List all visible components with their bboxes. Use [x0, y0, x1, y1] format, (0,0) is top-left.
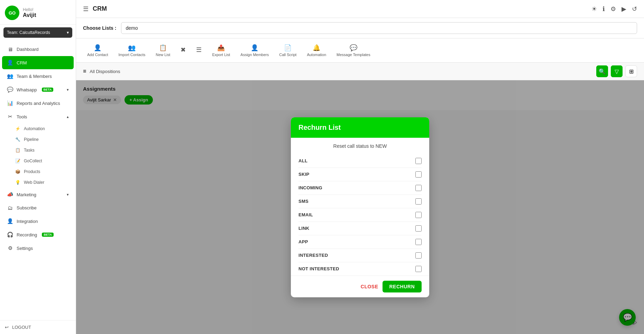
sidebar-item-label: Marketing	[17, 192, 36, 197]
sidebar-item-marketing[interactable]: 📣 Marketing ▾	[2, 188, 74, 201]
checkbox-row-link: LINK	[298, 222, 422, 235]
sidebar-item-label: GoCollect	[24, 159, 42, 163]
filter-list-icon: ☰	[196, 46, 202, 54]
export-list-icon: 📤	[217, 44, 225, 52]
checkbox-row-app: APP	[298, 235, 422, 249]
checkbox-skip[interactable]	[415, 171, 422, 178]
delete-list-icon: ✖	[181, 46, 186, 54]
sidebar-item-label: Subscribe	[17, 205, 37, 210]
checkbox-all[interactable]	[415, 158, 422, 164]
search-button[interactable]: 🔍	[596, 65, 608, 77]
checkbox-row-skip: SKIP	[298, 168, 422, 181]
new-list-icon: 📋	[159, 44, 167, 52]
sidebar-item-tools[interactable]: ✂ Tools ▴	[2, 110, 74, 123]
checkbox-interested[interactable]	[415, 252, 422, 259]
menu-icon[interactable]: ☰	[83, 5, 89, 13]
automation-label: Automation	[307, 53, 326, 57]
rechurn-button[interactable]: RECHURN	[383, 281, 422, 292]
checkbox-sms[interactable]	[415, 198, 422, 205]
checkbox-label-app: APP	[298, 239, 308, 244]
checkbox-label-sms: SMS	[298, 199, 309, 204]
filter-list-button[interactable]: ☰	[192, 44, 206, 57]
checkbox-incoming[interactable]	[415, 185, 422, 191]
sidebar-item-dashboard[interactable]: 🖥 Dashboard	[2, 43, 74, 56]
sidebar-item-products[interactable]: 📦 Products	[2, 166, 74, 177]
tasks-icon: 📋	[15, 148, 20, 153]
close-button[interactable]: CLOSE	[361, 284, 378, 289]
import-contacts-label: Import Contacts	[119, 53, 146, 57]
products-icon: 📦	[15, 169, 20, 174]
checkbox-link[interactable]	[415, 225, 422, 232]
sidebar-item-reports[interactable]: 📊 Reports and Analytics	[2, 97, 74, 110]
filter-button[interactable]: ▽	[611, 65, 623, 77]
page-title: CRM	[93, 5, 587, 12]
message-templates-icon: 💬	[350, 44, 357, 52]
grid-button[interactable]: ⊞	[625, 65, 637, 77]
sidebar-item-label: Tasks	[24, 148, 35, 153]
sidebar-item-automation[interactable]: ⚡ Automation	[2, 124, 74, 134]
checkbox-not-interested[interactable]	[415, 266, 422, 272]
add-contact-label: Add Contact	[87, 53, 108, 57]
topbar: ☰ CRM ☀ ℹ ⚙ ▶ ↺	[76, 0, 644, 18]
sidebar-item-label: Automation	[24, 126, 45, 131]
integration-icon: 👤	[7, 218, 13, 224]
assign-members-button[interactable]: 👤 Assign Members	[236, 42, 273, 59]
call-script-button[interactable]: 📄 Call Script	[275, 42, 301, 59]
info-icon[interactable]: ℹ	[602, 5, 605, 13]
delete-list-button[interactable]: ✖	[176, 44, 190, 57]
refresh-icon[interactable]: ↺	[632, 5, 637, 13]
play-icon[interactable]: ▶	[622, 5, 626, 13]
chevron-icon: ▴	[67, 115, 69, 119]
sidebar-item-pipeline[interactable]: 🔧 Pipeline	[2, 134, 74, 145]
choose-lists-label: Choose Lists :	[83, 25, 116, 31]
choose-lists-bar: Choose Lists : demo	[76, 18, 644, 38]
import-contacts-icon: 👥	[128, 44, 136, 52]
settings-icon[interactable]: ⚙	[610, 5, 616, 13]
marketing-icon: 📣	[7, 191, 13, 198]
sidebar-item-label: Pipeline	[24, 137, 39, 142]
recording-icon: 🎧	[7, 232, 13, 238]
checkbox-app[interactable]	[415, 239, 422, 245]
sidebar-item-label: Reports and Analytics	[17, 101, 60, 106]
automation-icon: 🔔	[313, 44, 320, 52]
sidebar-item-team[interactable]: 👥 Team & Members	[2, 70, 74, 83]
sidebar-item-tasks[interactable]: 📋 Tasks	[2, 145, 74, 155]
sidebar-item-label: Whatsapp	[17, 87, 37, 92]
export-list-button[interactable]: 📤 Export List	[208, 42, 234, 59]
team-selector[interactable]: Team: CalcuttaRecords ▾	[3, 27, 72, 38]
logout-icon: ↩	[5, 325, 9, 330]
export-list-label: Export List	[212, 53, 230, 57]
filters-bar: ≡ All Dispositions 🔍 ▽ ⊞	[76, 63, 644, 80]
modal-overlay: Rechurn List Reset call status to NEW AL…	[76, 80, 644, 334]
sidebar: GO Hello! Avijit Team: CalcuttaRecords ▾…	[0, 0, 76, 334]
import-contacts-button[interactable]: 👥 Import Contacts	[114, 42, 150, 59]
lists-select[interactable]: demo	[121, 22, 637, 34]
message-templates-label: Message Templates	[337, 53, 370, 57]
automation-button[interactable]: 🔔 Automation	[303, 42, 330, 59]
sidebar-item-recording[interactable]: 🎧 Recording BETA	[2, 228, 74, 241]
message-templates-button[interactable]: 💬 Message Templates	[332, 42, 375, 59]
add-contact-button[interactable]: 👤 Add Contact	[83, 42, 112, 59]
checkbox-email[interactable]	[415, 212, 422, 218]
sidebar-item-whatsapp[interactable]: 💬 Whatsapp BETA ▾	[2, 83, 74, 96]
checkbox-label-not-interested: NOT INTERESTED	[298, 266, 339, 271]
sidebar-item-settings[interactable]: ⚙ Settings	[2, 242, 74, 255]
brightness-icon[interactable]: ☀	[591, 5, 597, 13]
sidebar-item-subscribe[interactable]: 🗂 Subscribe	[2, 201, 74, 214]
sidebar-item-crm[interactable]: 👤 CRM	[2, 56, 74, 69]
sidebar-item-integration[interactable]: 👤 Integration	[2, 215, 74, 228]
team-label: Team: CalcuttaRecords	[7, 30, 50, 35]
sidebar-item-label: Settings	[17, 246, 33, 251]
user-info: Hello! Avijit	[23, 7, 36, 18]
avatar: GO	[5, 6, 19, 20]
sidebar-item-label: Team & Members	[17, 74, 52, 79]
new-list-button[interactable]: 📋 New List	[151, 42, 174, 59]
logout-button[interactable]: ↩ LOGOUT	[0, 320, 76, 334]
subscribe-icon: 🗂	[7, 205, 13, 211]
sidebar-item-label: Integration	[17, 219, 38, 224]
all-dispositions-label: All Dispositions	[90, 69, 120, 74]
checkbox-row-email: EMAIL	[298, 208, 422, 222]
sidebar-item-label: Products	[24, 169, 40, 174]
sidebar-item-webdialer[interactable]: 💡 Web Dialer	[2, 177, 74, 188]
sidebar-item-gocollect[interactable]: 📝 GoCollect	[2, 156, 74, 166]
